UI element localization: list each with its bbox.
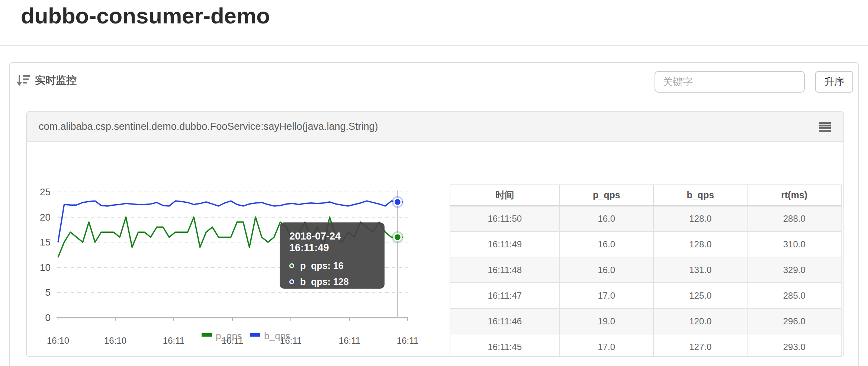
table-row: 16:11:4517.0127.0293.0 xyxy=(450,334,841,357)
tooltip-row-b-qps: b_qps: 128 xyxy=(289,276,375,287)
table-cell: 128.0 xyxy=(653,231,747,257)
table-cell: 16.0 xyxy=(560,231,653,257)
y-tick-label: 15 xyxy=(40,237,51,248)
p-qps-highlight-dot xyxy=(392,231,404,243)
table-cell: 293.0 xyxy=(747,334,841,357)
x-tick-label: 16:11 xyxy=(163,336,184,346)
y-tick-label: 0 xyxy=(45,312,51,323)
search-input[interactable] xyxy=(655,71,805,93)
table-row: 16:11:4717.0125.0285.0 xyxy=(450,283,841,308)
table-cell: 16:11:49 xyxy=(450,231,560,257)
x-tick-label: 16:10 xyxy=(104,336,126,346)
table-cell: 16:11:48 xyxy=(450,257,560,283)
table-cell: 128.0 xyxy=(653,206,747,231)
page-title: dubbo-consumer-demo xyxy=(21,3,270,29)
column-header-time: 时间 xyxy=(450,185,560,206)
menu-icon[interactable] xyxy=(819,122,831,132)
resource-name: com.alibaba.csp.sentinel.demo.dubbo.FooS… xyxy=(39,121,378,132)
table-cell: 288.0 xyxy=(747,206,841,231)
b-qps-bullet-icon xyxy=(289,279,294,284)
table-cell: 16:11:47 xyxy=(450,283,560,308)
x-tick-label: 16:10 xyxy=(47,336,69,346)
table-cell: 17.0 xyxy=(560,334,653,357)
table-cell: 127.0 xyxy=(653,334,747,357)
table-cell: 16:11:50 xyxy=(450,206,560,231)
legend-swatch-b-qps xyxy=(250,333,260,337)
x-tick-label: 16:11 xyxy=(397,336,418,346)
column-header-p-qps: p_qps xyxy=(560,185,653,206)
tooltip-row-p-qps: p_qps: 16 xyxy=(289,260,375,271)
b-qps-highlight-dot xyxy=(392,196,404,208)
chart-tooltip: 2018-07-24 16:11:49 p_qps: 16 b_qps: 128 xyxy=(280,222,385,289)
resource-card-header: com.alibaba.csp.sentinel.demo.dubbo.FooS… xyxy=(27,112,843,142)
table-row: 16:11:4916.0128.0310.0 xyxy=(450,231,841,257)
p-qps-bullet-icon xyxy=(289,263,294,268)
table-cell: 17.0 xyxy=(560,283,653,308)
x-tick-label: 16:11 xyxy=(339,336,360,346)
table-row: 16:11:4619.0120.0296.0 xyxy=(450,308,841,334)
table-cell: 329.0 xyxy=(747,257,841,283)
legend-swatch-p-qps xyxy=(202,333,212,337)
metrics-table: 时间 p_qps b_qps rt(ms) 16:11:5016.0128.02… xyxy=(450,184,842,357)
table-header-row: 时间 p_qps b_qps rt(ms) xyxy=(450,185,841,206)
table-cell: 131.0 xyxy=(653,257,747,283)
panel-header: 实时监控 升序 xyxy=(10,63,858,100)
tooltip-b-qps-value: b_qps: 128 xyxy=(300,276,349,287)
sort-amount-icon xyxy=(16,74,30,87)
y-tick-label: 5 xyxy=(45,287,51,298)
table-cell: 310.0 xyxy=(747,231,841,257)
table-row: 16:11:4816.0131.0329.0 xyxy=(450,257,841,283)
table-cell: 285.0 xyxy=(747,283,841,308)
resource-card-body: 25 20 15 10 5 0 16:10 16:10 16:11 16:11 … xyxy=(27,142,843,357)
sort-order-button[interactable]: 升序 xyxy=(815,71,853,93)
header-divider xyxy=(0,45,868,46)
table-cell: 16.0 xyxy=(560,257,653,283)
panel-title: 实时监控 xyxy=(35,73,77,87)
table-cell: 16:11:45 xyxy=(450,334,560,357)
tooltip-timestamp: 2018-07-24 16:11:49 xyxy=(289,231,375,254)
y-tick-label: 25 xyxy=(40,186,51,198)
column-header-rt: rt(ms) xyxy=(747,185,841,206)
table-cell: 19.0 xyxy=(560,308,653,334)
table-cell: 16.0 xyxy=(560,206,653,231)
resource-card: com.alibaba.csp.sentinel.demo.dubbo.FooS… xyxy=(26,111,844,357)
legend-label-b-qps: b_qps xyxy=(264,330,290,341)
table-cell: 120.0 xyxy=(653,308,747,334)
column-header-b-qps: b_qps xyxy=(653,185,747,206)
realtime-monitor-panel: 实时监控 升序 com.alibaba.csp.sentinel.demo.du… xyxy=(9,62,859,366)
y-tick-label: 20 xyxy=(40,212,51,223)
table-cell: 296.0 xyxy=(747,308,841,334)
table-cell: 16:11:46 xyxy=(450,308,560,334)
table-row: 16:11:5016.0128.0288.0 xyxy=(450,206,841,231)
tooltip-p-qps-value: p_qps: 16 xyxy=(300,260,344,271)
y-tick-label: 10 xyxy=(40,262,51,273)
legend-label-p-qps: p_qps xyxy=(216,330,242,341)
table-cell: 125.0 xyxy=(653,283,747,308)
